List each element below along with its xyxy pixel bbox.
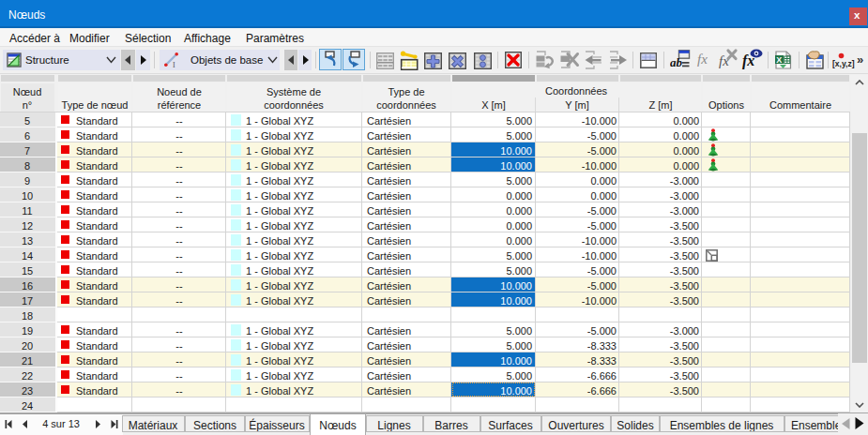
svg-text:X: X bbox=[776, 55, 782, 65]
svg-text:I: I bbox=[173, 61, 175, 68]
svg-text:ab: ab bbox=[670, 55, 683, 69]
